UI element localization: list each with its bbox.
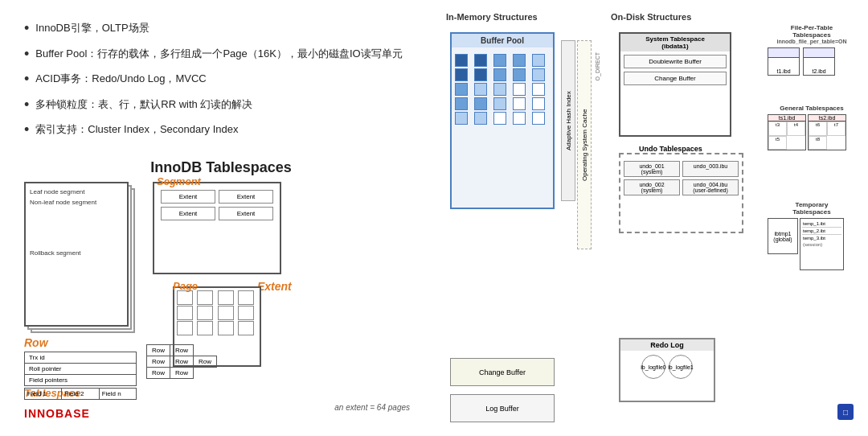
trx-id: Trx id [25, 352, 137, 363]
bp-cell [493, 54, 506, 67]
general-ts-title: General Tablespaces [768, 105, 856, 112]
redo-logfile1: ib_logfile1 [669, 355, 693, 379]
on-disk-header: On-Disk Structures [611, 12, 691, 22]
right-panel: In-Memory Structures On-Disk Structures … [434, 0, 868, 436]
undo-002-type: (system) [626, 187, 678, 193]
redo-log-title: Redo Log [620, 339, 714, 351]
t6: t6 [809, 121, 827, 136]
buffer-pool-title: Buffer Pool [452, 34, 553, 47]
bp-cell [474, 68, 487, 81]
bullet-5-text: 索引支持：Cluster Index，Secondary Index [35, 121, 238, 138]
bp-cell [532, 112, 545, 125]
t7: t7 [827, 121, 845, 136]
leaf-node-label: Leaf node segment [30, 187, 123, 198]
bp-cell [474, 83, 487, 96]
row-cell-7: Row [170, 367, 194, 378]
t8: t8 [809, 136, 827, 150]
nav-dot: □ [837, 404, 854, 420]
temp3-label: temp_3.ibt [802, 235, 841, 241]
undo-ts-title: Undo Tablespaces [637, 145, 705, 153]
extent-cell-2: Extent [219, 190, 273, 204]
buffer-pool-grid [452, 51, 553, 128]
bullet-3-text: ACID事务：Redo/Undo Log，MVCC [35, 71, 206, 87]
bp-cell [513, 54, 526, 67]
bp-cell [455, 112, 468, 125]
row-cell-2: Row [170, 344, 194, 356]
in-memory-header: In-Memory Structures [446, 12, 538, 22]
o-direct-label: O_DIRECT [595, 52, 600, 80]
file-per-table-section: File-Per-Table Tablespaces innodb_file_p… [768, 24, 856, 76]
bullet-dot: • [24, 20, 29, 38]
ts1-ibd: ts1.ibd [768, 115, 805, 121]
bullet-dot: • [24, 121, 29, 139]
undo-003: undo_003.ibu [682, 161, 739, 177]
t3: t3 [768, 121, 787, 136]
innobase-logo: INNOBASE [24, 407, 90, 420]
row-cell-6: Row [147, 367, 170, 378]
extent-cell-1: Extent [161, 190, 215, 204]
extent-note: an extent = 64 pages [334, 403, 410, 412]
bp-cell [493, 68, 506, 81]
t5: t5 [768, 136, 787, 150]
rollback-label: Rollback segment [30, 249, 123, 259]
bullet-5: • 索引支持：Cluster Index，Secondary Index [24, 117, 410, 143]
bp-cell [493, 112, 506, 125]
row-cell-4: Row [170, 356, 194, 367]
redo-log: Redo Log ib_logfile0 ib_logfile1 [619, 338, 715, 402]
innodb-tablespaces-diagram: InnoDB Tablespaces Leaf node segment Non… [24, 159, 418, 420]
system-tablespace: System Tablespace (ibdata1) Doublewrite … [619, 32, 731, 137]
left-panel: • InnoDB引擎，OLTP场景 • Buffer Pool：行存的载体，多行… [0, 0, 434, 436]
row-cell-1: Row [147, 344, 170, 356]
bullet-1: • InnoDB引擎，OLTP场景 [24, 16, 410, 42]
bp-cell [455, 68, 468, 81]
os-cache-label: Operating System Cache [577, 40, 592, 249]
bullet-2-text: Buffer Pool：行存的载体，多行组成一个Page（16K），最小的磁盘I… [35, 46, 402, 62]
change-buffer-disk: Change Buffer [624, 72, 727, 85]
fpt-subtitle: innodb_file_per_table=ON [768, 39, 856, 44]
bp-cell [513, 112, 526, 125]
bp-cell [493, 83, 506, 96]
non-leaf-label: Non-leaf node segment [30, 198, 123, 208]
bullet-dot: • [24, 71, 29, 88]
bp-cell [493, 97, 506, 110]
ibtmp1-global: ibtmp1 (global) [768, 218, 798, 254]
fpt-title: File-Per-Table Tablespaces innodb_file_p… [768, 24, 856, 44]
t4: t4 [787, 121, 805, 136]
extent-cell-3: Extent [161, 207, 215, 220]
bp-cell [474, 112, 487, 125]
session-label: (session) [802, 241, 841, 248]
bullet-4-text: 多种锁粒度：表、行，默认RR with 幻读的解决 [35, 97, 252, 113]
bp-cell [532, 68, 545, 81]
field-pointers: Field pointers [25, 374, 137, 385]
bp-cell [532, 97, 545, 110]
undo-grid: undo_001 (system) undo_003.ibu undo_002 … [620, 154, 742, 199]
bp-cell [513, 97, 526, 110]
bullet-1-text: InnoDB引擎，OLTP场景 [35, 20, 149, 36]
change-buffer-memory: Change Buffer [450, 358, 555, 386]
row-cell-5: Row [194, 356, 217, 367]
buffer-pool-area: Buffer Pool [450, 32, 555, 209]
extent-cell-4: Extent [219, 207, 273, 220]
nav-icon: □ [843, 408, 848, 417]
undo-003-name: undo_003.ibu [685, 163, 736, 169]
undo-tablespaces: Undo Tablespaces undo_001 (system) undo_… [619, 153, 743, 233]
undo-002: undo_002 (system) [624, 179, 680, 195]
bullet-4: • 多种锁粒度：表、行，默认RR with 幻读的解决 [24, 93, 410, 118]
temp-tablespaces-section: TemporaryTablespaces ibtmp1 (global) tem… [768, 201, 856, 270]
ts2-ibd: ts2.ibd [809, 115, 845, 121]
bp-cell [532, 83, 545, 96]
fpt-title-text: File-Per-Table [768, 24, 856, 31]
bullet-3: • ACID事务：Redo/Undo Log，MVCC [24, 67, 410, 93]
arch-diagram: In-Memory Structures On-Disk Structures … [442, 8, 860, 426]
undo-001: undo_001 (system) [624, 161, 680, 177]
temp2-label: temp_2.ibt [802, 228, 841, 235]
extent-label: Extent [257, 280, 292, 293]
t1-ibd: t1.ibd [768, 68, 799, 75]
undo-004-type: (user-defined) [685, 187, 736, 193]
bullet-points: • InnoDB引擎，OLTP场景 • Buffer Pool：行存的载体，多行… [24, 16, 410, 143]
bullet-dot: • [24, 97, 29, 114]
bp-cell [513, 83, 526, 96]
undo-002-name: undo_002 [626, 182, 678, 187]
segment-label: Segment [157, 175, 201, 187]
bp-cell [532, 54, 545, 67]
